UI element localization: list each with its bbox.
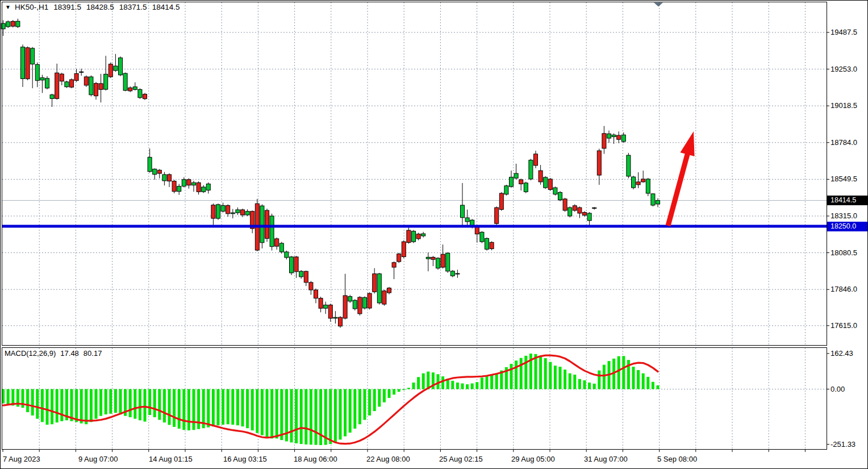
ohlc-close: 18414.5 xyxy=(152,3,180,11)
candle xyxy=(21,47,25,79)
macd-bar xyxy=(315,389,318,445)
candle xyxy=(236,210,240,213)
macd-bar xyxy=(535,354,537,389)
symbol-dropdown-icon[interactable]: ▼ xyxy=(5,4,11,10)
candle xyxy=(45,78,49,88)
macd-bar xyxy=(461,383,464,389)
candle xyxy=(339,317,343,326)
macd-bar xyxy=(544,358,547,389)
candle xyxy=(333,317,337,318)
macd-bar xyxy=(158,389,161,420)
candle xyxy=(290,257,294,273)
candle xyxy=(108,64,112,77)
macd-bar xyxy=(139,389,141,421)
candle xyxy=(651,194,655,205)
candle xyxy=(431,257,435,259)
macd-bar xyxy=(80,389,83,424)
macd-bar xyxy=(339,389,342,440)
candle xyxy=(461,205,465,218)
candle xyxy=(31,48,35,64)
macd-bar xyxy=(148,389,151,416)
candle xyxy=(363,297,367,308)
macd-bar xyxy=(56,389,59,423)
macd-bar xyxy=(241,389,244,427)
macd-bar xyxy=(236,389,239,426)
macd-bar xyxy=(26,389,29,413)
candle xyxy=(114,66,118,70)
macd-bar xyxy=(280,389,283,441)
hline-price-badge: 18250.0 xyxy=(827,222,867,231)
candle xyxy=(612,135,616,136)
candle xyxy=(138,89,142,97)
macd-bar xyxy=(304,389,307,445)
candle xyxy=(40,78,44,80)
candle xyxy=(324,305,328,308)
macd-bar xyxy=(402,389,405,391)
macd-bar xyxy=(187,389,190,431)
candle xyxy=(216,205,220,218)
macd-bar xyxy=(261,389,264,435)
price-axis[interactable]: 19487.519253.019018.518784.018549.518315… xyxy=(829,0,868,469)
trading-chart-window: { "header": { "symbol_period": "HK50-,H1… xyxy=(0,0,868,469)
macd-bar xyxy=(573,375,576,389)
macd-bar xyxy=(510,364,513,389)
candle xyxy=(143,94,147,99)
price-axis-label: 17615.0 xyxy=(831,321,857,330)
price-axis-label: 17846.0 xyxy=(831,285,857,293)
candle xyxy=(260,206,264,243)
macd-bar xyxy=(358,389,361,425)
candle xyxy=(441,254,445,267)
macd-bar xyxy=(520,358,523,389)
candle xyxy=(294,257,298,272)
macd-bar xyxy=(632,367,635,389)
trend-arrow-shaft[interactable] xyxy=(668,151,688,226)
price-axis-label: 18080.5 xyxy=(831,248,857,257)
indicator-label: MACD(12,26,9)17.4880.17 xyxy=(5,349,102,358)
time-axis-label: 9 Aug 07:00 xyxy=(78,455,118,463)
candle xyxy=(426,257,430,259)
candle xyxy=(544,177,548,188)
current-price-badge: 18414.5 xyxy=(827,196,867,205)
macd-bar xyxy=(398,389,400,392)
candle xyxy=(583,213,587,215)
candle xyxy=(16,21,20,27)
candle xyxy=(563,199,567,210)
candle xyxy=(407,230,411,242)
candle xyxy=(309,283,313,290)
indicator-macd-value: 17.48 xyxy=(60,349,79,358)
trend-arrow-head[interactable] xyxy=(680,131,694,156)
macd-bar xyxy=(486,376,489,389)
macd-bar xyxy=(475,382,478,389)
macd-bar xyxy=(85,389,87,425)
candle xyxy=(168,175,172,181)
time-axis-label: 5 Sep 08:00 xyxy=(657,455,697,463)
candle xyxy=(504,186,508,194)
chart-surface[interactable] xyxy=(0,0,868,469)
macd-bar xyxy=(622,356,625,389)
macd-bar xyxy=(569,373,571,389)
candle xyxy=(304,271,308,283)
candle xyxy=(416,234,420,239)
candle xyxy=(568,207,572,216)
macd-bar xyxy=(207,389,210,428)
candle xyxy=(592,207,596,208)
macd-bar xyxy=(246,389,249,429)
indicator-name: MACD(12,26,9) xyxy=(5,349,56,358)
candle xyxy=(627,155,631,176)
macd-bar xyxy=(349,389,352,433)
candle xyxy=(270,216,274,247)
macd-bar xyxy=(114,389,117,413)
candle xyxy=(187,180,191,185)
candle xyxy=(617,135,621,139)
candle xyxy=(368,293,372,308)
candle xyxy=(529,160,533,179)
candle xyxy=(70,80,74,87)
candle xyxy=(245,211,249,215)
time-axis[interactable]: 7 Aug 20239 Aug 07:0014 Aug 01:1516 Aug … xyxy=(0,453,827,469)
candle xyxy=(573,206,577,210)
candle xyxy=(119,58,123,75)
macd-bar xyxy=(598,371,600,389)
candle xyxy=(202,187,206,192)
candle xyxy=(89,77,93,95)
candle xyxy=(387,288,391,293)
